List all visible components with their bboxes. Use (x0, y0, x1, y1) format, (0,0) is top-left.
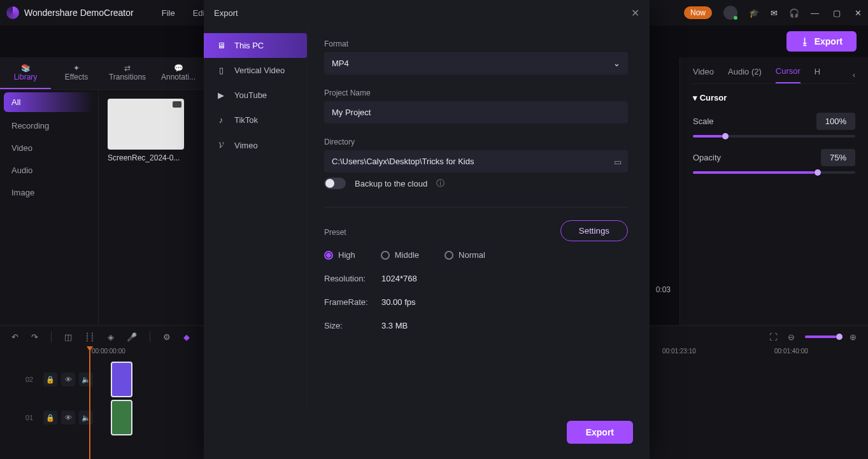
tiktok-icon: ♪ (215, 115, 227, 125)
resolution-key: Resolution: (324, 274, 381, 283)
export-target-vertical[interactable]: ▯Vertical Video (204, 58, 307, 83)
preset-middle[interactable]: Middle (381, 250, 419, 260)
project-name-input[interactable] (324, 101, 628, 124)
format-label: Format (324, 39, 628, 48)
backup-toggle[interactable] (324, 178, 346, 189)
preset-high[interactable]: High (324, 250, 355, 260)
preset-label: Preset (324, 228, 346, 237)
format-select[interactable]: MP4 ⌄ (324, 52, 628, 74)
export-target-youtube[interactable]: ▶YouTube (204, 83, 307, 108)
size-value: 3.3 MB (381, 321, 408, 330)
info-icon[interactable]: ⓘ (436, 178, 445, 189)
backup-label: Backup to the cloud (355, 179, 427, 188)
directory-input[interactable] (324, 150, 628, 173)
directory-label: Directory (324, 138, 628, 146)
pc-icon: 🖥 (215, 41, 227, 50)
radio-icon (445, 251, 453, 260)
size-key: Size: (324, 321, 381, 330)
preset-settings-button[interactable]: Settings (560, 220, 628, 241)
framerate-key: FrameRate: (324, 297, 381, 307)
export-confirm-button[interactable]: Export (567, 421, 633, 444)
modal-close-icon[interactable]: ✕ (631, 7, 639, 19)
folder-icon[interactable]: ▭ (614, 157, 622, 166)
resolution-value: 1024*768 (381, 274, 417, 283)
chevron-down-icon: ⌄ (613, 59, 620, 68)
preset-radio-group: High Middle Normal (324, 250, 628, 260)
export-target-this-pc[interactable]: 🖥This PC (204, 33, 307, 58)
radio-icon (324, 251, 333, 260)
phone-icon: ▯ (215, 66, 227, 75)
export-sidebar: 🖥This PC ▯Vertical Video ▶YouTube ♪TikTo… (204, 25, 307, 411)
export-target-tiktok[interactable]: ♪TikTok (204, 108, 307, 132)
modal-mask: Export ✕ 🖥This PC ▯Vertical Video ▶YouTu… (0, 0, 868, 459)
youtube-icon: ▶ (215, 90, 227, 100)
project-name-label: Project Name (324, 88, 628, 97)
radio-icon (381, 251, 390, 260)
export-target-vimeo[interactable]: 𝓥Vimeo (204, 132, 307, 158)
framerate-value: 30.00 fps (381, 297, 416, 307)
preset-normal[interactable]: Normal (445, 250, 485, 260)
export-modal: Export ✕ 🖥This PC ▯Vertical Video ▶YouTu… (204, 0, 650, 459)
vimeo-icon: 𝓥 (215, 140, 227, 150)
modal-title: Export (214, 8, 238, 18)
